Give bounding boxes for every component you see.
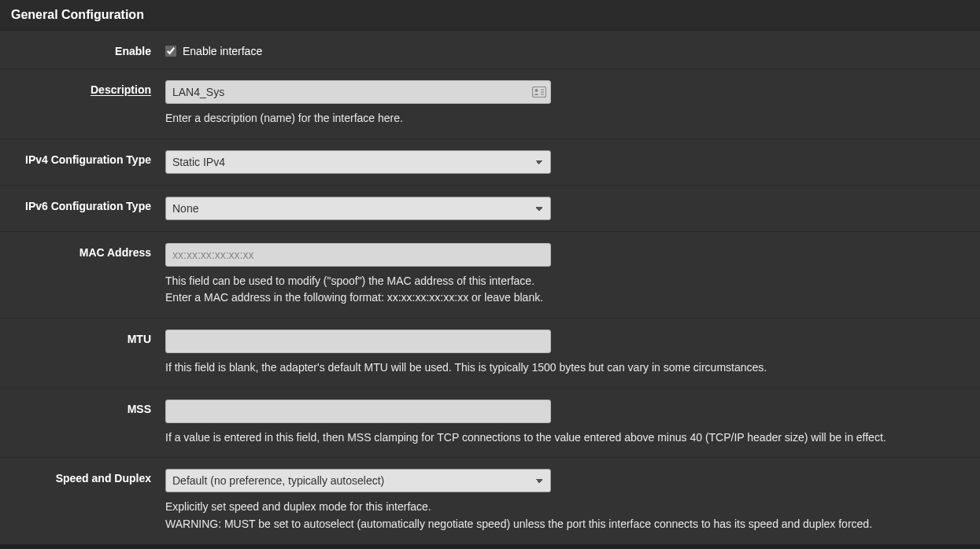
mss-help: If a value is entered in this field, the… <box>165 429 972 447</box>
row-speed: Speed and Duplex Default (no preference,… <box>0 458 980 543</box>
speed-help: Explicitly set speed and duplex mode for… <box>165 499 972 532</box>
description-help: Enter a description (name) for the inter… <box>165 110 972 127</box>
mac-input[interactable] <box>165 243 551 267</box>
speed-help-line1: Explicitly set speed and duplex mode for… <box>165 499 972 516</box>
mac-help-line2: Enter a MAC address in the following for… <box>165 289 972 307</box>
mac-help: This field can be used to modify ("spoof… <box>165 273 972 307</box>
row-mtu: MTU If this field is blank, the adapter'… <box>0 319 980 389</box>
address-card-icon <box>532 87 546 98</box>
svg-point-1 <box>535 89 538 92</box>
mtu-input[interactable] <box>165 330 551 353</box>
speed-select[interactable]: Default (no preference, typically autose… <box>165 469 551 492</box>
label-description: Description <box>0 80 165 96</box>
row-enable: Enable Enable interface <box>0 31 980 69</box>
mac-help-line1: This field can be used to modify ("spoof… <box>165 273 972 290</box>
mtu-help: If this field is blank, the adapter's de… <box>165 359 972 377</box>
mss-input[interactable] <box>165 400 551 423</box>
label-ipv6-type: IPv6 Configuration Type <box>0 197 165 212</box>
label-mtu: MTU <box>0 330 165 345</box>
row-ipv6-type: IPv6 Configuration Type None <box>0 186 980 232</box>
row-mss: MSS If a value is entered in this field,… <box>0 389 980 459</box>
label-mss: MSS <box>0 400 165 415</box>
enable-checkbox[interactable] <box>165 46 176 57</box>
ipv6-type-select[interactable]: None <box>165 197 551 220</box>
row-description: Description Enter a description (name) f… <box>0 69 980 139</box>
speed-help-line2: WARNING: MUST be set to autoselect (auto… <box>165 516 972 533</box>
general-config-panel: General Configuration Enable Enable inte… <box>0 0 980 544</box>
ipv4-type-select[interactable]: Static IPv4 <box>165 150 551 174</box>
row-mac: MAC Address This field can be used to mo… <box>0 232 980 319</box>
label-enable: Enable <box>0 42 165 57</box>
row-ipv4-type: IPv4 Configuration Type Static IPv4 <box>0 139 980 186</box>
enable-checkbox-wrap[interactable]: Enable interface <box>165 42 972 57</box>
general-config-title: General Configuration <box>0 0 980 31</box>
label-ipv4-type: IPv4 Configuration Type <box>0 150 165 166</box>
enable-checkbox-label: Enable interface <box>183 45 262 57</box>
label-mac: MAC Address <box>0 243 165 259</box>
label-speed: Speed and Duplex <box>0 469 165 485</box>
description-input[interactable] <box>165 80 551 104</box>
